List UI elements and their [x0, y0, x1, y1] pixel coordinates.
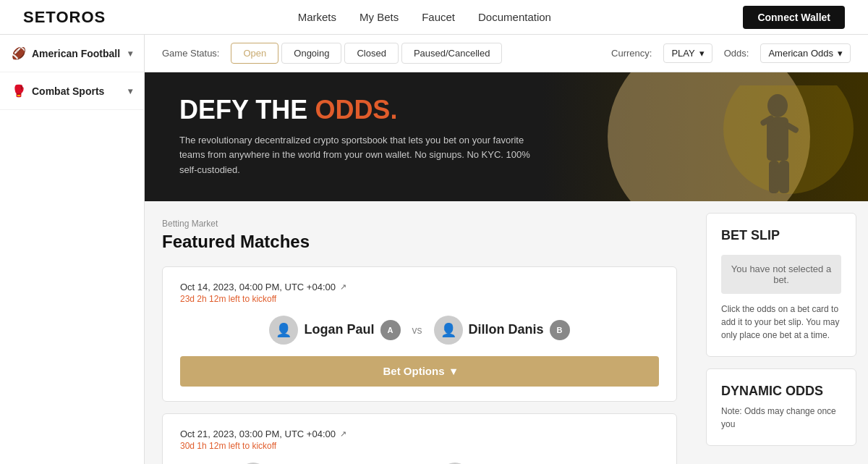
match-teams-1: 👤 Logan Paul A vs 👤 Dillon Danis B [180, 316, 659, 345]
hero-content: DEFY THE ODDS. The revolutionary decentr… [179, 96, 541, 178]
nav-documentation[interactable]: Documentation [478, 11, 551, 23]
team-a-name-1: Logan Paul [304, 322, 374, 337]
bet-slip-description: Click the odds on a bet card to add it t… [721, 303, 841, 342]
dynamic-odds-title: DYNAMIC ODDS [721, 384, 841, 399]
boxing-icon: 🥊 [12, 84, 26, 98]
dynamic-odds-card: DYNAMIC ODDS Note: Odds may change once … [706, 368, 856, 446]
odds-value: American Odds [768, 48, 833, 59]
chevron-down-icon: ▾ [451, 365, 456, 378]
tab-paused-cancelled[interactable]: Paused/Cancelled [401, 43, 503, 64]
team-b-badge-1: B [550, 320, 570, 340]
hero-title-highlight: ODDS. [315, 95, 397, 125]
nav: Markets My Bets Faucet Documentation [298, 11, 551, 23]
logo: SETOROS [23, 8, 106, 27]
connect-wallet-button[interactable]: Connect Wallet [743, 6, 845, 29]
team-b-1: 👤 Dillon Danis B [434, 316, 570, 345]
nav-markets[interactable]: Markets [298, 11, 336, 23]
match-date-1: Oct 14, 2023, 04:00 PM, UTC +04:00 ↗ [180, 282, 659, 292]
team-b-name-1: Dillon Danis [469, 322, 544, 337]
hero-banner: DEFY THE ODDS. The revolutionary decentr… [145, 72, 868, 201]
vs-text-1: vs [412, 324, 422, 336]
svg-rect-5 [769, 161, 779, 193]
currency-value: PLAY [671, 48, 694, 59]
betting-market-label: Betting Market [162, 219, 677, 229]
bet-slip-card: BET SLIP You have not selected a bet. Cl… [706, 213, 856, 357]
chevron-down-icon: ▾ [699, 48, 705, 59]
chevron-down-icon: ▾ [128, 48, 132, 59]
main-content: Game Status: Open Ongoing Closed Paused/… [145, 35, 868, 464]
athlete-silhouette [665, 85, 854, 201]
team-b-avatar-1: 👤 [434, 316, 463, 345]
currency-label: Currency: [611, 48, 652, 59]
match-timer-2: 30d 1h 12m left to kickoff [180, 441, 659, 451]
bet-slip-sidebar: BET SLIP You have not selected a bet. Cl… [694, 201, 868, 464]
sidebar: 🏈 American Football ▾ 🥊 Combat Sports ▾ [0, 35, 145, 464]
featured-matches-title: Featured Matches [162, 232, 677, 252]
hero-title: DEFY THE ODDS. [179, 96, 541, 125]
content-main: Betting Market Featured Matches Oct 14, … [145, 201, 694, 464]
external-link-icon-1[interactable]: ↗ [340, 282, 346, 292]
match-timer-1: 23d 2h 12m left to kickoff [180, 294, 659, 304]
nav-faucet[interactable]: Faucet [422, 11, 455, 23]
sidebar-item-combat-sports[interactable]: 🥊 Combat Sports ▾ [0, 72, 144, 110]
sidebar-item-american-football[interactable]: 🏈 American Football ▾ [0, 35, 144, 72]
football-icon: 🏈 [12, 46, 26, 60]
hero-subtitle: The revolutionary decentralized crypto s… [179, 133, 541, 178]
bet-slip-title: BET SLIP [721, 228, 841, 243]
nav-my-bets[interactable]: My Bets [359, 11, 399, 23]
chevron-down-icon: ▾ [838, 48, 843, 59]
currency-select[interactable]: PLAY ▾ [663, 43, 712, 63]
hero-title-prefix: DEFY THE [179, 95, 315, 125]
team-a-1: 👤 Logan Paul A [269, 316, 400, 345]
content-wrap: Betting Market Featured Matches Oct 14, … [145, 201, 868, 464]
no-bet-selected: You have not selected a bet. [721, 255, 841, 294]
dynamic-odds-description: Note: Odds may change once you [721, 405, 841, 431]
tab-ongoing[interactable]: Ongoing [281, 43, 341, 64]
odds-label: Odds: [724, 48, 749, 59]
external-link-icon-2[interactable]: ↗ [340, 429, 346, 439]
match-date-2: Oct 21, 2023, 03:00 PM, UTC +04:00 ↗ [180, 429, 659, 439]
match-date-text-1: Oct 14, 2023, 04:00 PM, UTC +04:00 [180, 282, 336, 292]
game-status-label: Game Status: [162, 48, 219, 59]
filter-bar: Game Status: Open Ongoing Closed Paused/… [145, 35, 868, 72]
svg-rect-2 [767, 117, 788, 161]
team-a-badge-1: A [380, 320, 401, 340]
sidebar-item-label: Combat Sports [32, 85, 104, 97]
tab-open[interactable]: Open [231, 43, 278, 64]
svg-rect-6 [779, 161, 789, 193]
team-a-avatar-1: 👤 [269, 316, 298, 345]
svg-point-1 [767, 94, 788, 117]
match-card-2: Oct 21, 2023, 03:00 PM, UTC +04:00 ↗ 30d… [162, 413, 677, 464]
match-date-text-2: Oct 21, 2023, 03:00 PM, UTC +04:00 [180, 429, 336, 439]
chevron-down-icon: ▾ [128, 86, 132, 96]
bet-options-button-1[interactable]: Bet Options ▾ [180, 356, 659, 387]
tab-closed[interactable]: Closed [344, 43, 398, 64]
odds-select[interactable]: American Odds ▾ [760, 43, 851, 63]
hero-image [579, 72, 868, 201]
match-card-1: Oct 14, 2023, 04:00 PM, UTC +04:00 ↗ 23d… [162, 266, 677, 402]
header: SETOROS Markets My Bets Faucet Documenta… [0, 0, 868, 35]
filter-tabs: Open Ongoing Closed Paused/Cancelled [231, 43, 502, 64]
sidebar-item-label: American Football [32, 48, 120, 59]
